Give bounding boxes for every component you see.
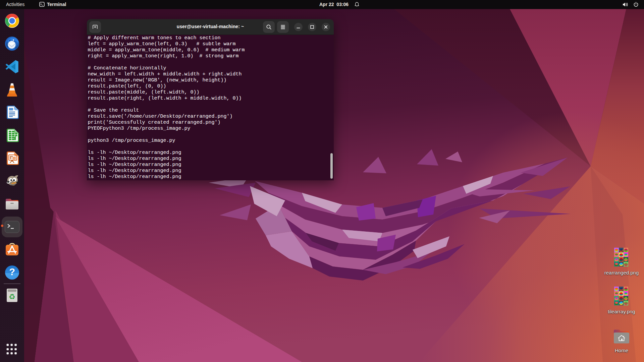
svg-text:?: ? bbox=[9, 266, 15, 277]
svg-text:♻: ♻ bbox=[9, 293, 15, 301]
